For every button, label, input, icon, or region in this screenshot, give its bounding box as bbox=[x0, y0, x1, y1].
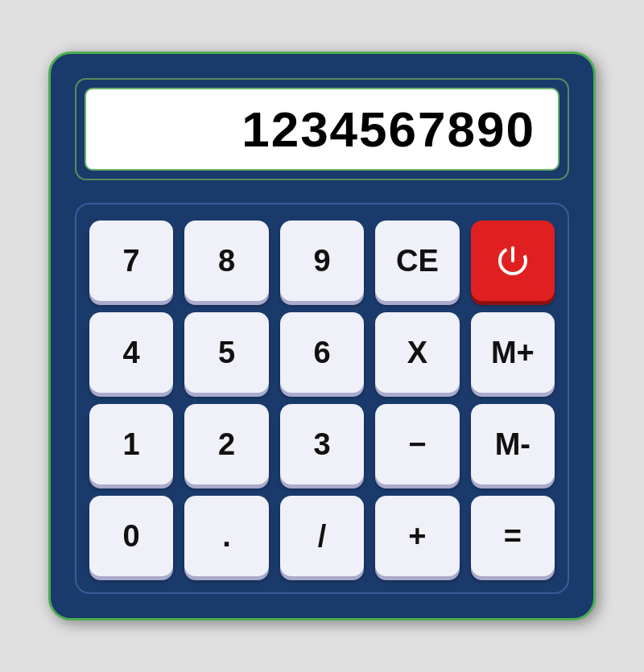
key-3[interactable]: 3 bbox=[280, 404, 364, 484]
keypad-row-3: 1 2 3 − M- bbox=[89, 404, 555, 484]
key-5[interactable]: 5 bbox=[184, 312, 268, 393]
key-6[interactable]: 6 bbox=[280, 312, 364, 393]
key-minus[interactable]: − bbox=[375, 404, 459, 484]
key-equals[interactable]: = bbox=[471, 496, 555, 576]
key-9[interactable]: 9 bbox=[280, 221, 364, 301]
key-memory-plus[interactable]: M+ bbox=[471, 312, 555, 393]
key-7[interactable]: 7 bbox=[89, 221, 173, 301]
keypad-row-1: 7 8 9 CE bbox=[89, 221, 555, 301]
key-memory-minus[interactable]: M- bbox=[471, 404, 555, 484]
keypad: 7 8 9 CE 4 5 6 X M+ 1 2 3 − M- bbox=[75, 203, 569, 594]
key-ce[interactable]: CE bbox=[375, 221, 459, 301]
key-4[interactable]: 4 bbox=[89, 312, 173, 393]
display: 1234567890 bbox=[85, 88, 559, 171]
key-dot[interactable]: . bbox=[184, 496, 268, 576]
display-value: 1234567890 bbox=[242, 101, 535, 158]
key-multiply[interactable]: X bbox=[375, 312, 459, 393]
keypad-row-2: 4 5 6 X M+ bbox=[89, 312, 555, 393]
key-2[interactable]: 2 bbox=[184, 404, 268, 484]
key-0[interactable]: 0 bbox=[89, 496, 173, 576]
key-divide[interactable]: / bbox=[280, 496, 364, 576]
calculator: 1234567890 7 8 9 CE 4 5 6 X M+ 1 bbox=[48, 52, 596, 620]
key-8[interactable]: 8 bbox=[184, 221, 268, 301]
display-wrapper: 1234567890 bbox=[75, 78, 569, 180]
key-power[interactable] bbox=[471, 221, 555, 301]
power-icon bbox=[493, 241, 532, 280]
keypad-row-4: 0 . / + = bbox=[89, 496, 555, 576]
key-1[interactable]: 1 bbox=[89, 404, 173, 484]
key-plus[interactable]: + bbox=[375, 496, 459, 576]
